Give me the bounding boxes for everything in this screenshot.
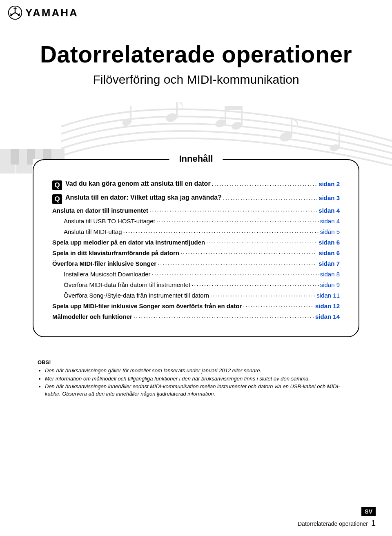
- svg-rect-11: [11, 149, 19, 165]
- toc-leader-dots: [210, 291, 315, 298]
- toc-page-link[interactable]: sidan 4: [318, 207, 340, 214]
- svg-rect-15: [130, 106, 131, 123]
- toc-leader-dots: [192, 281, 319, 287]
- toc-row: Ansluta till MIDI-uttagsidan 5: [52, 228, 340, 235]
- toc-page-link[interactable]: sidan 8: [320, 271, 340, 278]
- page-footer: SV Datorrelaterade operationer 1: [298, 507, 376, 528]
- toc-page-link[interactable]: sidan 6: [318, 249, 340, 256]
- toc-label: Spela upp melodier på en dator via instr…: [52, 239, 205, 246]
- toc-row: Ansluta en dator till instrumentetsidan …: [52, 207, 340, 214]
- toc-label: Ansluta till MIDI-uttag: [64, 228, 122, 235]
- toc-label: Överföra MIDI-data från datorn till inst…: [64, 281, 190, 288]
- note-item: Mer information om målmodell och tillgän…: [45, 375, 354, 383]
- toc-row: Överföra MIDI-data från datorn till inst…: [52, 281, 340, 288]
- language-badge: SV: [361, 507, 376, 516]
- toc-label: Målmodeller och funktioner: [52, 313, 132, 320]
- toc-leader-dots: [206, 238, 317, 245]
- brand-logo: YAMAHA: [0, 0, 392, 20]
- toc-label: Installera Musicsoft Downloader: [64, 271, 151, 278]
- toc-row: Målmodeller och funktionersidan 14: [52, 313, 340, 320]
- yamaha-tuning-forks-icon: [8, 6, 22, 20]
- toc-legend: Innehåll: [169, 153, 223, 164]
- toc-page-link[interactable]: sidan 12: [315, 302, 340, 309]
- toc-leader-dots: [149, 207, 317, 213]
- toc-label: Vad du kan göra genom att ansluta till e…: [65, 180, 211, 187]
- toc-leader-dots: [123, 228, 319, 234]
- notes-section: OBS! Den här bruksanvisningen gäller för…: [38, 359, 354, 397]
- note-item: Den här bruksanvisningen innehåller enda…: [45, 383, 354, 397]
- toc-row: Installera Musicsoft Downloadersidan 8: [52, 270, 340, 278]
- toc-page-link[interactable]: sidan 11: [316, 292, 340, 299]
- toc-leader-dots: [243, 302, 314, 308]
- toc-label: Spela in ditt klaviaturframförande på da…: [52, 249, 179, 256]
- notes-title: OBS!: [38, 359, 354, 365]
- page-subtitle: Filöverföring och MIDI-kommunikation: [0, 73, 392, 87]
- brand-name: YAMAHA: [25, 7, 78, 19]
- toc-leader-dots: [152, 270, 319, 276]
- toc-label: Ansluta till USB TO HOST-uttaget: [64, 218, 155, 225]
- toc-row: Överföra Song-/Style-data från instrumen…: [52, 291, 340, 299]
- toc-box: Innehåll QVad du kan göra genom att ansl…: [33, 159, 359, 337]
- toc-row: QVad du kan göra genom att ansluta till …: [52, 179, 340, 189]
- page-title: Datorrelaterade operationer: [0, 41, 392, 68]
- svg-rect-22: [225, 106, 243, 110]
- toc-leader-dots: [134, 313, 314, 319]
- toc-page-link[interactable]: sidan 9: [320, 281, 340, 288]
- toc-row: Spela upp MIDI-filer inklusive Songer so…: [52, 302, 340, 309]
- toc-label: Spela upp MIDI-filer inklusive Songer so…: [52, 302, 242, 309]
- toc-label: Överföra MIDI-filer inklusive Songer: [52, 260, 156, 267]
- question-icon: Q: [52, 194, 62, 204]
- toc-label: Överföra Song-/Style-data från instrumen…: [64, 292, 209, 299]
- question-icon: Q: [52, 180, 62, 190]
- svg-rect-17: [176, 102, 178, 118]
- toc-label: Ansluta en dator till instrumentet: [52, 207, 148, 214]
- toc-page-link[interactable]: sidan 4: [320, 218, 340, 225]
- toc-row: Ansluta till USB TO HOST-uttagetsidan 4: [52, 217, 340, 225]
- toc-row: Spela in ditt klaviaturframförande på da…: [52, 249, 340, 256]
- toc-page-link[interactable]: sidan 7: [318, 260, 340, 267]
- toc-row: Överföra MIDI-filer inklusive Songersida…: [52, 260, 340, 267]
- toc-page-link[interactable]: sidan 3: [318, 194, 340, 201]
- toc-leader-dots: [158, 260, 317, 266]
- footer-doc-title: Datorrelaterade operationer: [298, 520, 368, 527]
- svg-rect-26: [339, 131, 340, 149]
- footer-page-number: 1: [371, 518, 376, 527]
- toc-leader-dots: [212, 181, 318, 187]
- svg-rect-24: [291, 118, 292, 137]
- toc-page-link[interactable]: sidan 2: [318, 180, 340, 187]
- toc-page-link[interactable]: sidan 14: [315, 313, 340, 320]
- toc-leader-dots: [156, 217, 319, 223]
- toc-leader-dots: [180, 249, 317, 255]
- toc-page-link[interactable]: sidan 6: [318, 239, 340, 246]
- note-item: Den här bruksanvisningen gäller för mode…: [45, 367, 354, 374]
- svg-rect-21: [241, 109, 243, 127]
- toc-row: Spela upp melodier på en dator via instr…: [52, 238, 340, 246]
- toc-row: QAnsluta till en dator: Vilket uttag ska…: [52, 193, 340, 202]
- toc-label: Ansluta till en dator: Vilket uttag ska …: [65, 194, 222, 201]
- toc-page-link[interactable]: sidan 5: [320, 228, 340, 235]
- toc-leader-dots: [223, 195, 317, 201]
